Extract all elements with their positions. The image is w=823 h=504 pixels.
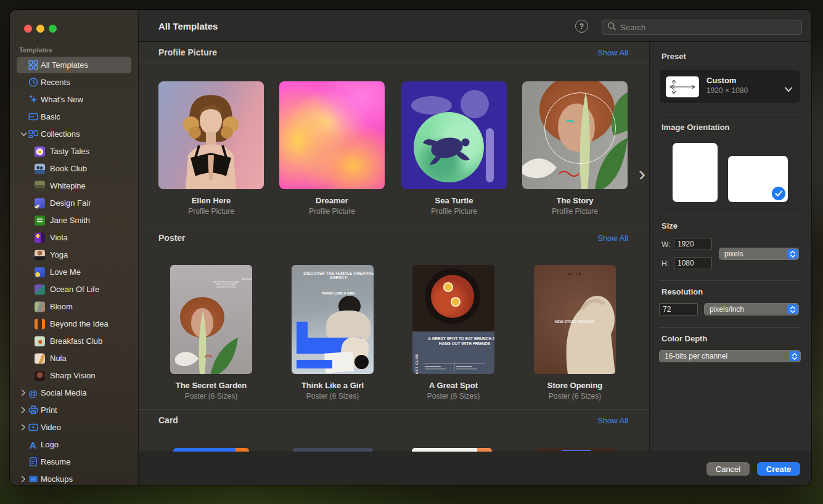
sidebar-item-label: Video <box>41 423 61 432</box>
show-all-link[interactable]: Show All <box>597 416 628 425</box>
sidebar-item-jane-smith[interactable]: Jane Smith <box>17 212 131 229</box>
chevron-down-icon <box>784 84 793 95</box>
video-icon <box>28 422 38 433</box>
template-card-ellen-here[interactable]: Ellen Here Profile Picture <box>158 81 264 216</box>
height-field-label: H: <box>661 259 669 268</box>
sidebar-item-bloom[interactable]: Bloom <box>17 298 131 315</box>
grid-icon <box>28 60 38 70</box>
minimize-window-button[interactable] <box>36 25 44 33</box>
sidebar-item-yoga[interactable]: Yoga <box>17 246 131 263</box>
sidebar-item-label: What's New <box>41 95 83 104</box>
sidebar-item-whitepine[interactable]: Whitepine <box>17 177 131 194</box>
preset-dropdown[interactable]: Custom 1920 × 1080 <box>659 69 801 104</box>
size-label: Size <box>661 221 678 230</box>
sidebar-item-collections[interactable]: Collections <box>17 126 131 142</box>
collections-icon <box>28 129 38 139</box>
sidebar-item-label: Recents <box>41 78 70 87</box>
template-card-a-great-spot[interactable]: BREAKFAST CLUB A GREAT SPOT TO EAT BRUNC… <box>412 265 494 400</box>
sidebar-item-social-media[interactable]: @ Social Media <box>17 384 131 401</box>
sidebar-item-print[interactable]: Print <box>17 402 131 418</box>
sidebar-item-sharp-vision[interactable]: Sharp Vision <box>17 367 131 384</box>
next-page-chevron[interactable]: › <box>639 163 645 184</box>
close-window-button[interactable] <box>24 25 32 33</box>
sidebar-item-mockups[interactable]: Mockups <box>17 471 131 485</box>
template-card-think-like-a-girl[interactable]: DISCOVER THE FEMALE CREATIVE AGENCY: THI… <box>292 265 374 400</box>
sidebar-item-breakfast-club[interactable]: Breakfast Club <box>17 333 131 349</box>
collection-thumbnail <box>35 163 45 174</box>
orientation-portrait-option[interactable] <box>673 143 718 202</box>
poster-badge <box>354 355 369 369</box>
template-card-secret-garden[interactable]: The Secret Garden THE STORY OF A GIRL AN… <box>170 265 252 400</box>
sidebar-item-logo[interactable]: A Logo <box>17 436 131 453</box>
sidebar-item-recents[interactable]: Recents <box>17 74 131 91</box>
preset-label: Preset <box>661 52 686 61</box>
sidebar-item-design-fair[interactable]: Design Fair <box>17 195 131 211</box>
section-header-profile-picture: Profile Picture Show All <box>139 42 649 63</box>
height-input[interactable] <box>674 257 712 269</box>
search-input[interactable] <box>620 23 796 32</box>
template-category: Profile Picture <box>522 207 628 216</box>
template-name: The Story <box>522 196 628 205</box>
preset-dimensions: 1920 × 1080 <box>706 86 748 95</box>
template-card-sea-turtle[interactable]: Sea Turtle Profile Picture <box>401 81 507 216</box>
template-thumbnail <box>522 81 628 189</box>
template-card-the-story[interactable]: The Story Profile Picture <box>522 81 628 216</box>
section-title: Card <box>158 415 178 425</box>
color-depth-dropdown[interactable]: 16-bits per channel <box>659 350 801 362</box>
display-icon <box>28 474 38 484</box>
sidebar-item-label: Basic <box>41 112 60 121</box>
width-input[interactable] <box>674 238 712 250</box>
footer-bar: Cancel Create <box>139 452 811 485</box>
template-category: Profile Picture <box>158 207 264 216</box>
resolution-input[interactable] <box>659 303 698 315</box>
template-card-store-opening[interactable]: NU LA NEW STORE OPENING Store Opening Po… <box>534 265 616 400</box>
sidebar-item-basic[interactable]: Basic <box>17 108 131 125</box>
sidebar-item-label: All Templates <box>41 60 88 70</box>
sidebar-item-video[interactable]: Video <box>17 419 131 436</box>
chevron-down-icon[interactable] <box>20 131 27 138</box>
sidebar-item-love-me[interactable]: Love Me <box>17 264 131 280</box>
section-title: Poster <box>158 233 186 243</box>
collection-thumbnail <box>35 232 45 243</box>
sidebar-item-viola[interactable]: Viola <box>17 229 131 246</box>
sparkles-icon <box>28 94 38 105</box>
search-field[interactable] <box>602 20 802 35</box>
zoom-window-button[interactable] <box>49 25 57 33</box>
preset-name: Custom <box>706 76 748 85</box>
cancel-button[interactable]: Cancel <box>706 462 750 476</box>
chevron-right-icon[interactable] <box>20 407 27 414</box>
chevron-right-icon[interactable] <box>20 476 27 483</box>
show-all-link[interactable]: Show All <box>597 48 628 57</box>
sidebar-item-ocean-of-life[interactable]: Ocean Of Life <box>17 281 131 298</box>
sidebar-item-resume[interactable]: Resume <box>17 453 131 470</box>
sidebar-item-all-templates[interactable]: All Templates <box>17 57 131 73</box>
collection-thumbnail <box>35 267 45 277</box>
sidebar-item-nula[interactable]: Nula <box>17 350 131 367</box>
collection-thumbnail <box>35 319 45 329</box>
size-units-dropdown[interactable]: pixels <box>719 248 799 260</box>
sidebar-item-label: Print <box>41 405 57 415</box>
chevron-right-icon[interactable] <box>20 389 27 397</box>
sidebar-item-tasty-tales[interactable]: Tasty Tales <box>17 143 131 160</box>
sidebar-item-whats-new[interactable]: What's New <box>17 91 131 108</box>
template-name: Store Opening <box>534 381 616 390</box>
chevron-right-icon[interactable] <box>20 424 27 431</box>
template-card-dreamer[interactable]: Dreamer Profile Picture <box>279 81 385 216</box>
orientation-landscape-option[interactable] <box>728 156 788 202</box>
template-name: A Great Spot <box>412 381 494 390</box>
show-all-link[interactable]: Show All <box>597 234 628 243</box>
collection-thumbnail <box>35 284 45 295</box>
color-depth-label: Color Depth <box>661 334 707 343</box>
printer-icon <box>28 405 38 415</box>
resolution-units-dropdown[interactable]: pixels/inch <box>704 303 799 315</box>
sidebar-item-book-club[interactable]: Book Club <box>17 160 131 177</box>
create-button[interactable]: Create <box>757 462 800 476</box>
collection-thumbnail <box>35 353 45 364</box>
template-thumbnail <box>401 81 507 189</box>
document-icon <box>28 457 38 467</box>
help-button[interactable]: ? <box>575 20 588 33</box>
template-thumbnail: The Secret Garden THE STORY OF A GIRL AN… <box>170 265 252 374</box>
template-thumbnail: DISCOVER THE FEMALE CREATIVE AGENCY: THI… <box>292 265 374 374</box>
collection-thumbnail <box>35 146 45 156</box>
sidebar-item-beyond-the-idea[interactable]: Beyond the Idea <box>17 315 131 332</box>
